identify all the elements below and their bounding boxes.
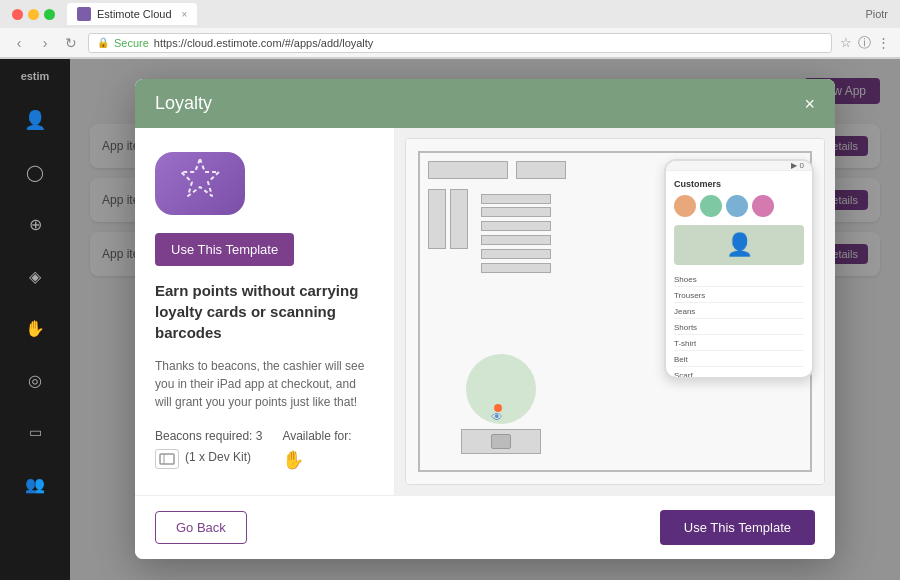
register — [491, 434, 511, 449]
customer-profile-card: 👤 — [674, 225, 804, 265]
maximize-traffic-light[interactable] — [44, 9, 55, 20]
modal-left-panel: Use This Template Earn points without ca… — [135, 128, 395, 495]
shelf-center-1 — [481, 194, 551, 204]
tab-favicon — [77, 7, 91, 21]
browser-tab[interactable]: Estimote Cloud × — [67, 3, 197, 25]
traffic-lights — [12, 9, 55, 20]
sidebar-item-hat[interactable]: ◯ — [13, 150, 57, 194]
shelf-2 — [516, 161, 566, 179]
secure-icon: 🔒 — [97, 37, 109, 48]
sidebar-logo: estim — [21, 70, 50, 82]
phone-status-bar: ▶ 0 — [666, 161, 812, 171]
sidebar-item-cube[interactable]: ◈ — [13, 254, 57, 298]
svg-rect-1 — [160, 454, 174, 464]
back-button[interactable]: ‹ — [10, 35, 28, 51]
sidebar-item-users[interactable]: 👥 — [13, 462, 57, 506]
floorplan-inner: 👁 ◎ ⊞⊞ ▶ 0 Custom — [406, 139, 824, 484]
sidebar-item-chart[interactable]: ▭ — [13, 410, 57, 454]
avatar-3 — [726, 195, 748, 217]
list-item-belt: Belt — [674, 353, 804, 367]
beacons-required: Beacons required: 3 (1 — [155, 429, 262, 471]
customer-avatars — [674, 195, 804, 217]
list-item-tshirt: T-shirt — [674, 337, 804, 351]
sidebar-item-person[interactable]: 👤 — [13, 98, 57, 142]
phone-mockup: ▶ 0 Customers — [664, 159, 814, 379]
address-url: https://cloud.estimote.com/#/apps/add/lo… — [154, 37, 374, 49]
checkout-counter — [461, 429, 541, 454]
modal-header: Loyalty × — [135, 79, 835, 128]
app-area: estim 👤 ◯ ⊕ ◈ ✋ ◎ ▭ 👥 New App — [0, 58, 900, 580]
sidebar: estim 👤 ◯ ⊕ ◈ ✋ ◎ ▭ 👥 — [0, 58, 70, 580]
minimize-traffic-light[interactable] — [28, 9, 39, 20]
available-label: Available for: — [282, 429, 351, 443]
close-traffic-light[interactable] — [12, 9, 23, 20]
modal-body: Use This Template Earn points without ca… — [135, 128, 835, 495]
use-template-button-top[interactable]: Use This Template — [155, 233, 294, 266]
forward-button[interactable]: › — [36, 35, 54, 51]
app-description-text: Thanks to beacons, the cashier will see … — [155, 357, 374, 411]
shelf-center-3 — [481, 221, 551, 231]
db-icon: ⊕ — [29, 215, 42, 234]
tab-title: Estimote Cloud — [97, 8, 172, 20]
reload-button[interactable]: ↻ — [62, 35, 80, 51]
kit-label: (1 x Dev Kit) — [185, 450, 251, 464]
browser-toolbar: ‹ › ↻ 🔒 Secure https://cloud.estimote.co… — [0, 28, 900, 58]
hand-icon: ✋ — [25, 319, 45, 338]
shelf-1 — [428, 161, 508, 179]
bookmark-icon[interactable]: ☆ — [840, 35, 852, 50]
avatar-2 — [700, 195, 722, 217]
phone-signal: ▶ 0 — [791, 161, 804, 170]
svg-marker-0 — [181, 159, 219, 196]
list-item-jeans: Jeans — [674, 305, 804, 319]
shelf-center-2 — [481, 207, 551, 217]
loyalty-modal: Loyalty × — [135, 79, 835, 559]
shelf-left-2 — [450, 189, 468, 249]
sidebar-item-db[interactable]: ⊕ — [13, 202, 57, 246]
go-back-button[interactable]: Go Back — [155, 511, 247, 544]
kit-icon — [155, 449, 179, 469]
sidebar-item-hand[interactable]: ✋ — [13, 306, 57, 350]
list-item-shoes: Shoes — [674, 273, 804, 287]
target-icon: ◎ — [28, 371, 42, 390]
requirements-section: Beacons required: 3 (1 — [155, 429, 374, 471]
browser-user: Piotr — [865, 8, 888, 20]
tab-close-btn[interactable]: × — [182, 9, 188, 20]
person-silhouette-icon: 👤 — [726, 232, 753, 258]
available-for: Available for: ✋ — [282, 429, 351, 471]
phone-section-title: Customers — [674, 179, 804, 189]
secure-label: Secure — [114, 37, 149, 49]
shelf-left-1 — [428, 189, 446, 249]
sidebar-item-target[interactable]: ◎ — [13, 358, 57, 402]
address-bar[interactable]: 🔒 Secure https://cloud.estimote.com/#/ap… — [88, 33, 832, 53]
users-icon: 👥 — [25, 475, 45, 494]
beacon-box-icon — [159, 453, 175, 465]
avatar-1 — [674, 195, 696, 217]
shelf-center-6 — [481, 263, 551, 273]
menu-icon[interactable]: ⋮ — [877, 35, 890, 50]
modal-footer: Go Back Use This Template — [135, 495, 835, 559]
star-icon — [175, 154, 225, 204]
browser-titlebar: Estimote Cloud × Piotr — [0, 0, 900, 28]
list-item-scarf: Scarf — [674, 369, 804, 379]
product-list: Shoes Trousers Jeans Shorts T-shirt Belt… — [674, 273, 804, 379]
cube-icon: ◈ — [29, 267, 41, 286]
available-item: ✋ — [282, 449, 351, 471]
toolbar-actions: ☆ ⓘ ⋮ — [840, 34, 890, 52]
hand-wave-icon: ✋ — [282, 449, 304, 471]
use-template-button-footer[interactable]: Use This Template — [660, 510, 815, 545]
modal-right-panel: 👁 ◎ ⊞⊞ ▶ 0 Custom — [395, 128, 835, 495]
list-item-trousers: Trousers — [674, 289, 804, 303]
floorplan-preview: 👁 ◎ ⊞⊞ ▶ 0 Custom — [405, 138, 825, 485]
avatar-4 — [752, 195, 774, 217]
modal-close-button[interactable]: × — [804, 95, 815, 113]
beacons-label: Beacons required: 3 — [155, 429, 262, 443]
app-icon — [155, 152, 245, 215]
browser-chrome: Estimote Cloud × Piotr ‹ › ↻ 🔒 Secure ht… — [0, 0, 900, 59]
list-item-shorts: Shorts — [674, 321, 804, 335]
shelf-center-4 — [481, 235, 551, 245]
eye-indicator: 👁 — [491, 410, 503, 424]
phone-screen-content: Customers 👤 — [666, 171, 812, 379]
modal-overlay: Loyalty × — [70, 58, 900, 580]
person-icon: 👤 — [24, 109, 46, 131]
info-icon[interactable]: ⓘ — [858, 34, 871, 52]
